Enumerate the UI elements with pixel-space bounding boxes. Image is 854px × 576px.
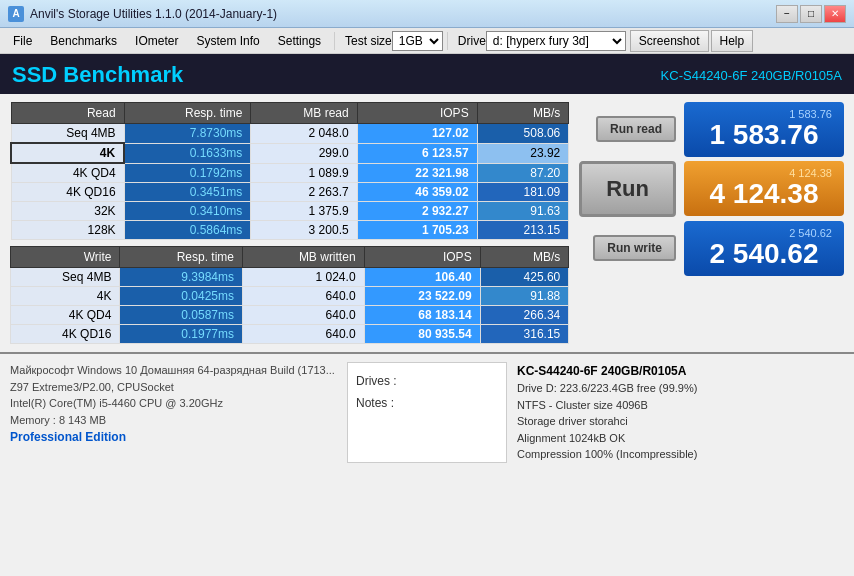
- read-resp-cell: 0.3410ms: [124, 202, 251, 221]
- maximize-button[interactable]: □: [800, 5, 822, 23]
- read-mbs-cell: 213.15: [477, 221, 569, 240]
- ssd-header: SSD Benchmark KC-S44240-6F 240GB/R0105A: [0, 54, 854, 94]
- write-resp-cell: 0.1977ms: [120, 325, 243, 344]
- read-mbs-cell: 87.20: [477, 163, 569, 183]
- read-col-resp: Resp. time: [124, 103, 251, 124]
- write-mb-cell: 640.0: [243, 306, 365, 325]
- write-resp-cell: 0.0425ms: [120, 287, 243, 306]
- read-col-mb: MB read: [251, 103, 357, 124]
- minimize-button[interactable]: −: [776, 5, 798, 23]
- read-col-label: Read: [11, 103, 124, 124]
- read-mb-cell: 1 375.9: [251, 202, 357, 221]
- read-table-row: Seq 4MB7.8730ms2 048.0127.02508.06: [11, 124, 569, 144]
- read-resp-cell: 7.8730ms: [124, 124, 251, 144]
- write-table-row: Seq 4MB9.3984ms1 024.0106.40425.60: [11, 268, 569, 287]
- window-controls: − □ ✕: [776, 5, 846, 23]
- read-iops-cell: 127.02: [357, 124, 477, 144]
- drives-label: Drives :: [356, 371, 498, 393]
- menu-file[interactable]: File: [4, 30, 41, 52]
- write-label-cell: 4K: [11, 287, 120, 306]
- write-table-row: 4K QD40.0587ms640.068 183.14266.34: [11, 306, 569, 325]
- read-table-row: 4K QD160.3451ms2 263.746 359.02181.09: [11, 183, 569, 202]
- app-icon: A: [8, 6, 24, 22]
- menu-settings[interactable]: Settings: [269, 30, 330, 52]
- read-col-iops: IOPS: [357, 103, 477, 124]
- read-table-row: 128K0.5864ms3 200.51 705.23213.15: [11, 221, 569, 240]
- write-table-row: 4K0.0425ms640.023 522.0991.88: [11, 287, 569, 306]
- write-col-resp: Resp. time: [120, 247, 243, 268]
- score-write-small: 2 540.62: [696, 227, 832, 239]
- menu-sysinfo[interactable]: System Info: [187, 30, 268, 52]
- write-label-cell: Seq 4MB: [11, 268, 120, 287]
- read-mbs-cell: 23.92: [477, 143, 569, 163]
- drive-info-2: NTFS - Cluster size 4096B: [517, 397, 844, 414]
- read-mb-cell: 2 048.0: [251, 124, 357, 144]
- write-mb-cell: 640.0: [243, 287, 365, 306]
- write-label-cell: 4K QD16: [11, 325, 120, 344]
- run-write-area: Run write 2 540.62 2 540.62: [579, 221, 844, 276]
- bottom-area: Майкрософт Windows 10 Домашняя 64-разряд…: [0, 352, 854, 471]
- write-iops-cell: 68 183.14: [364, 306, 480, 325]
- notes-label: Notes :: [356, 393, 498, 415]
- help-button[interactable]: Help: [711, 30, 754, 52]
- align-info: Alignment 1024kB OK: [517, 430, 844, 447]
- write-iops-cell: 23 522.09: [364, 287, 480, 306]
- close-button[interactable]: ✕: [824, 5, 846, 23]
- menu-benchmarks[interactable]: Benchmarks: [41, 30, 126, 52]
- score-total-big: 4 124.38: [696, 179, 832, 210]
- read-mb-cell: 3 200.5: [251, 221, 357, 240]
- read-iops-cell: 1 705.23: [357, 221, 477, 240]
- read-mbs-cell: 91.63: [477, 202, 569, 221]
- read-iops-cell: 6 123.57: [357, 143, 477, 163]
- title-bar-left: A Anvil's Storage Utilities 1.1.0 (2014-…: [8, 6, 277, 22]
- bottom-center: Drives : Notes :: [347, 362, 507, 463]
- write-col-mbs: MB/s: [480, 247, 569, 268]
- write-iops-cell: 106.40: [364, 268, 480, 287]
- score-total-box: 4 124.38 4 124.38: [684, 161, 844, 216]
- score-read-box: 1 583.76 1 583.76: [684, 102, 844, 157]
- write-mbs-cell: 266.34: [480, 306, 569, 325]
- testsize-label: Test size: [339, 34, 392, 48]
- read-iops-cell: 46 359.02: [357, 183, 477, 202]
- run-read-button[interactable]: Run read: [596, 116, 676, 142]
- drive-title: KC-S44240-6F 240GB/R0105A: [517, 362, 844, 380]
- menu-bar: File Benchmarks IOmeter System Info Sett…: [0, 28, 854, 54]
- score-write-box: 2 540.62 2 540.62: [684, 221, 844, 276]
- read-iops-cell: 22 321.98: [357, 163, 477, 183]
- sys-info-1: Майкрософт Windows 10 Домашняя 64-разряд…: [10, 362, 337, 379]
- write-mb-cell: 640.0: [243, 325, 365, 344]
- benchmark-area: Read Resp. time MB read IOPS MB/s Seq 4M…: [0, 94, 854, 352]
- bottom-right: KC-S44240-6F 240GB/R0105A Drive D: 223.6…: [517, 362, 844, 463]
- drive-info-3: Storage driver storahci: [517, 413, 844, 430]
- read-table-row: 32K0.3410ms1 375.92 932.2791.63: [11, 202, 569, 221]
- write-iops-cell: 80 935.54: [364, 325, 480, 344]
- screenshot-button[interactable]: Screenshot: [630, 30, 709, 52]
- read-mbs-cell: 181.09: [477, 183, 569, 202]
- write-table: Write Resp. time MB written IOPS MB/s Se…: [10, 246, 569, 344]
- score-write-big: 2 540.62: [696, 239, 832, 270]
- read-iops-cell: 2 932.27: [357, 202, 477, 221]
- drive-label: Drive: [452, 34, 486, 48]
- table-section: Read Resp. time MB read IOPS MB/s Seq 4M…: [10, 102, 569, 344]
- sys-info-4: Memory : 8 143 MB: [10, 412, 337, 429]
- read-table-row: 4K QD40.1792ms1 089.922 321.9887.20: [11, 163, 569, 183]
- professional-edition: Professional Edition: [10, 428, 337, 446]
- drive-info-1: Drive D: 223.6/223.4GB free (99.9%): [517, 380, 844, 397]
- run-read-area: Run read 1 583.76 1 583.76: [579, 102, 844, 157]
- write-mbs-cell: 425.60: [480, 268, 569, 287]
- read-col-mbs: MB/s: [477, 103, 569, 124]
- run-write-button[interactable]: Run write: [593, 235, 676, 261]
- write-resp-cell: 0.0587ms: [120, 306, 243, 325]
- write-mbs-cell: 316.15: [480, 325, 569, 344]
- drive-select[interactable]: d: [hyperx fury 3d]: [486, 31, 626, 51]
- write-col-label: Write: [11, 247, 120, 268]
- separator-2: [447, 32, 448, 50]
- read-mb-cell: 2 263.7: [251, 183, 357, 202]
- run-button[interactable]: Run: [579, 161, 676, 217]
- write-col-iops: IOPS: [364, 247, 480, 268]
- testsize-select[interactable]: 1GB 2GB 4GB: [392, 31, 443, 51]
- menu-iometer[interactable]: IOmeter: [126, 30, 187, 52]
- compress-info: Compression 100% (Incompressible): [517, 446, 844, 463]
- read-mbs-cell: 508.06: [477, 124, 569, 144]
- title-bar: A Anvil's Storage Utilities 1.1.0 (2014-…: [0, 0, 854, 28]
